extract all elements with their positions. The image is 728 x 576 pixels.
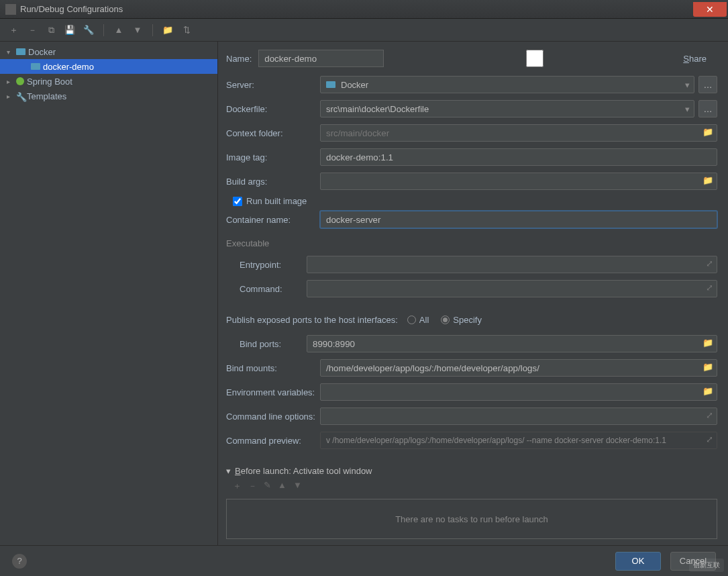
entrypoint-label: Entrypoint:: [226, 260, 307, 270]
single-instance-checkbox[interactable]: Single instance only: [720, 48, 728, 68]
titlebar: Run/Debug Configurations ✕: [0, 0, 728, 19]
folder-icon[interactable]: 📁: [703, 338, 713, 348]
radio-all[interactable]: All: [407, 315, 429, 325]
run-built-image-checkbox[interactable]: Run built image: [233, 196, 717, 206]
radio-specify[interactable]: Specify: [441, 315, 482, 325]
image-tag-input[interactable]: [320, 148, 717, 166]
dockerfile-row: Dockerfile: src\main\docker\Dockerfile …: [226, 99, 717, 118]
help-button[interactable]: ?: [12, 554, 27, 569]
tree-label: Templates: [27, 91, 66, 101]
spring-icon: [16, 77, 24, 85]
sort-button[interactable]: ⇅: [180, 23, 193, 37]
bind-ports-label: Bind ports:: [226, 339, 307, 349]
name-label: Name:: [226, 54, 252, 64]
dockerfile-label: Dockerfile:: [226, 104, 320, 114]
server-row: Server: Docker …: [226, 75, 717, 94]
ok-button[interactable]: OK: [615, 552, 661, 571]
move-down-button[interactable]: ▼: [131, 23, 144, 37]
expand-icon[interactable]: ⤢: [706, 434, 713, 444]
folder-icon[interactable]: 📁: [703, 386, 713, 396]
config-form: Name: SSharehare Single instance only Se…: [218, 42, 728, 545]
before-launch-toolbar: ＋ － ✎ ▲ ▼: [226, 476, 717, 496]
expand-icon[interactable]: ⤢: [706, 258, 713, 269]
name-input[interactable]: [258, 50, 384, 67]
cmd-line-input[interactable]: [320, 407, 717, 425]
env-vars-row: Environment variables: 📁: [226, 383, 717, 401]
dockerfile-select[interactable]: src\main\docker\Dockerfile: [320, 100, 694, 117]
build-args-input[interactable]: [320, 173, 717, 190]
context-folder-label: Context folder:: [226, 128, 320, 138]
docker-icon: [326, 81, 335, 88]
bind-mounts-input[interactable]: [320, 359, 717, 377]
app-icon: [5, 4, 16, 15]
bind-ports-input[interactable]: [307, 335, 717, 352]
folder-icon[interactable]: 📁: [703, 175, 713, 185]
entrypoint-input[interactable]: [307, 256, 717, 273]
container-name-input[interactable]: [320, 211, 717, 228]
remove-config-button[interactable]: －: [25, 23, 39, 37]
bind-mounts-row: Bind mounts: 📁: [226, 358, 717, 377]
chevron-down-icon: ▾: [226, 466, 231, 476]
watermark: 创新互联: [689, 559, 724, 572]
context-folder-input[interactable]: [320, 124, 717, 142]
main-area: ▾ Docker docker-demo ▸ Spring Boot ▸ 🔧 T…: [0, 42, 728, 545]
bottom-bar: ? OK Cancel: [0, 545, 728, 576]
server-select[interactable]: Docker: [320, 76, 694, 93]
image-tag-row: Image tag:: [226, 148, 717, 166]
bind-mounts-label: Bind mounts:: [226, 363, 320, 373]
config-toolbar: ＋ － ⧉ 💾 🔧 ▲ ▼ 📁 ⇅: [0, 19, 728, 42]
add-task-button[interactable]: ＋: [233, 480, 242, 492]
copy-config-button[interactable]: ⧉: [44, 23, 58, 37]
executable-section-label: Executable: [226, 238, 717, 248]
move-up-button[interactable]: ▲: [112, 23, 125, 37]
folder-icon[interactable]: 📁: [703, 127, 713, 137]
command-row: Command: ⤢: [226, 279, 717, 298]
wrench-icon: 🔧: [16, 92, 24, 100]
add-config-button[interactable]: ＋: [7, 23, 20, 37]
before-launch-section: ▾Before launch: Activate tool window ＋ －…: [226, 466, 717, 545]
expand-icon[interactable]: ⤢: [706, 283, 713, 293]
server-ellipsis-button[interactable]: …: [698, 76, 717, 93]
publish-ports-row: Publish exposed ports to the host interf…: [226, 310, 717, 329]
docker-icon: [16, 48, 25, 55]
move-down-task-button[interactable]: ▼: [293, 480, 302, 492]
edit-task-button[interactable]: ✎: [264, 480, 271, 492]
move-up-task-button[interactable]: ▲: [278, 480, 287, 492]
image-tag-label: Image tag:: [226, 152, 320, 162]
tree-node-docker-demo[interactable]: docker-demo: [0, 59, 217, 74]
tree-node-templates[interactable]: ▸ 🔧 Templates: [0, 89, 217, 103]
command-input[interactable]: [307, 280, 717, 297]
folder-button[interactable]: 📁: [161, 23, 174, 37]
run-built-image-row: Run built image: [226, 196, 717, 206]
server-label: Server:: [226, 80, 320, 90]
save-config-button[interactable]: 💾: [63, 23, 76, 37]
before-launch-empty: There are no tasks to run before launch: [226, 499, 717, 539]
chevron-right-icon: ▸: [7, 93, 13, 100]
tree-label: docker-demo: [43, 62, 94, 72]
chevron-down-icon: ▾: [7, 48, 13, 56]
cmd-preview-field: v /home/developer/app/logs/:/home/develo…: [320, 432, 717, 449]
env-vars-input[interactable]: [320, 383, 717, 401]
remove-task-button[interactable]: －: [248, 480, 257, 492]
build-args-row: Build args: 📁: [226, 172, 717, 191]
close-button[interactable]: ✕: [693, 2, 727, 17]
tree-label: Spring Boot: [27, 77, 72, 87]
dockerfile-ellipsis-button[interactable]: …: [698, 100, 717, 117]
bind-ports-row: Bind ports: 📁: [226, 334, 717, 353]
folder-icon[interactable]: 📁: [703, 362, 713, 372]
before-launch-header[interactable]: ▾Before launch: Activate tool window: [226, 466, 717, 476]
chevron-right-icon: ▸: [7, 78, 13, 85]
share-checkbox[interactable]: SSharehare: [391, 50, 707, 67]
window-title: Run/Debug Configurations: [20, 4, 123, 14]
command-label: Command:: [226, 284, 307, 294]
toolbar-separator: [103, 24, 104, 36]
edit-defaults-button[interactable]: 🔧: [82, 23, 95, 37]
expand-icon[interactable]: ⤢: [706, 410, 713, 420]
env-vars-label: Environment variables:: [226, 387, 320, 397]
entrypoint-row: Entrypoint: ⤢: [226, 255, 717, 274]
tree-node-spring-boot[interactable]: ▸ Spring Boot: [0, 74, 217, 89]
name-row: Name: SSharehare Single instance only: [226, 48, 717, 68]
cmd-preview-label: Command preview:: [226, 436, 320, 446]
tree-node-docker[interactable]: ▾ Docker: [0, 44, 217, 59]
container-name-label: Container name:: [226, 215, 320, 225]
